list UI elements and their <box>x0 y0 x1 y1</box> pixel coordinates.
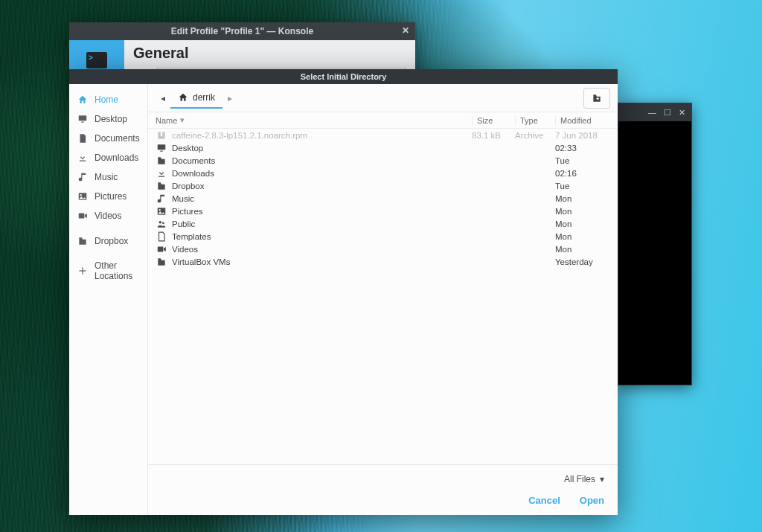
list-item[interactable]: VideosMon <box>156 243 610 255</box>
list-item[interactable]: PublicMon <box>156 217 610 230</box>
list-item[interactable]: MusicMon <box>156 192 610 205</box>
dialog-titlebar[interactable]: Select Initial Directory <box>69 69 618 84</box>
svg-rect-10 <box>161 132 162 136</box>
sidebar-item-desktop[interactable]: Desktop <box>69 109 147 129</box>
file-size: 83.1 kB <box>472 131 515 140</box>
close-icon[interactable]: ✕ <box>679 108 685 118</box>
sidebar-item-label: Videos <box>95 211 121 221</box>
list-item[interactable]: PicturesMon <box>156 205 610 217</box>
downloads-icon <box>156 168 167 179</box>
list-item[interactable]: Desktop02:33 <box>156 141 610 154</box>
svg-rect-1 <box>81 122 84 123</box>
svg-rect-6 <box>79 270 86 271</box>
sidebar-item-label: Other Locations <box>95 260 140 281</box>
file-name: Videos <box>172 245 472 254</box>
file-modified: 02:33 <box>555 144 610 153</box>
sidebar-item-label: Home <box>95 94 118 105</box>
sidebar-item-downloads[interactable]: Downloads <box>69 148 147 167</box>
desktop-icon <box>77 113 89 125</box>
sidebar-item-documents[interactable]: Documents <box>69 129 147 148</box>
file-main-panel: ◂ derrik ▸ Name ▾ Size Type <box>148 84 618 515</box>
file-modified: Mon <box>555 245 610 254</box>
close-icon[interactable]: ✕ <box>402 25 409 36</box>
sidebar-item-pictures[interactable]: Pictures <box>69 187 147 206</box>
downloads-icon <box>77 152 89 164</box>
file-name: Music <box>172 194 472 203</box>
file-modified: 7 Jun 2018 <box>555 131 610 140</box>
column-header-size[interactable]: Size <box>472 116 515 125</box>
file-name: Dropbox <box>172 182 472 190</box>
path-segment-home[interactable]: derrik <box>170 88 222 109</box>
list-item[interactable]: DocumentsTue <box>156 154 610 167</box>
file-name: Downloads <box>172 169 472 178</box>
svg-rect-12 <box>160 150 163 151</box>
desktop-icon <box>156 143 167 153</box>
minimize-icon[interactable]: — <box>648 108 656 117</box>
file-name: Templates <box>172 232 472 241</box>
open-button[interactable]: Open <box>580 495 604 506</box>
archive-icon <box>156 130 167 141</box>
file-type: Archive <box>515 131 555 140</box>
sidebar-item-music[interactable]: Music <box>69 167 147 187</box>
list-item[interactable]: VirtualBox VMsYesterday <box>156 255 610 268</box>
file-name: Documents <box>172 156 472 165</box>
column-header-name[interactable]: Name ▾ <box>156 115 472 125</box>
nav-back-button[interactable]: ◂ <box>156 93 170 103</box>
column-header-modified[interactable]: Modified <box>555 116 610 125</box>
videos-icon <box>77 210 89 222</box>
sidebar-item-label: Documents <box>95 133 140 144</box>
file-modified: Mon <box>555 194 610 203</box>
file-list[interactable]: caffeine-2.8.3-lp151.2.1.noarch.rpm83.1 … <box>148 129 618 464</box>
terminal-window: — ☐ ✕ <box>618 103 692 385</box>
terminal-icon <box>86 52 107 68</box>
filter-label: All Files <box>564 474 595 484</box>
plus-icon <box>77 265 89 277</box>
file-modified: Tue <box>555 182 610 190</box>
maximize-icon[interactable]: ☐ <box>664 108 671 118</box>
file-modified: Mon <box>555 207 610 216</box>
terminal-titlebar: — ☐ ✕ <box>618 103 691 121</box>
places-sidebar: HomeDesktopDocumentsDownloadsMusicPictur… <box>69 84 148 515</box>
nav-forward-button[interactable]: ▸ <box>222 93 237 103</box>
sidebar-item-other-locations[interactable]: Other Locations <box>69 257 147 285</box>
sidebar-item-label: Pictures <box>95 191 127 202</box>
file-modified: 02:16 <box>555 169 610 178</box>
file-modified: Mon <box>555 219 610 228</box>
sidebar-item-home[interactable]: Home <box>69 90 147 109</box>
column-header-type[interactable]: Type <box>515 116 555 125</box>
public-icon <box>156 219 167 229</box>
home-icon <box>77 94 89 106</box>
svg-point-3 <box>80 194 82 196</box>
file-name: VirtualBox VMs <box>172 257 472 266</box>
file-name: caffeine-2.8.3-lp151.2.1.noarch.rpm <box>172 131 472 140</box>
list-item[interactable]: TemplatesMon <box>156 230 610 243</box>
svg-rect-0 <box>79 115 87 121</box>
list-item[interactable]: Downloads02:16 <box>156 167 610 179</box>
file-name: Public <box>172 219 472 228</box>
sidebar-item-label: Dropbox <box>95 236 128 246</box>
dialog-title: Select Initial Directory <box>301 72 387 81</box>
cancel-button[interactable]: Cancel <box>528 495 560 506</box>
file-chooser-dialog: Select Initial Directory HomeDesktopDocu… <box>69 69 618 515</box>
path-bar: ◂ derrik ▸ <box>148 84 618 112</box>
svg-rect-11 <box>158 144 166 150</box>
file-type-filter[interactable]: All Files ▾ <box>564 474 604 484</box>
file-modified: Mon <box>555 232 610 241</box>
list-item[interactable]: caffeine-2.8.3-lp151.2.1.noarch.rpm83.1 … <box>156 129 610 141</box>
dialog-footer: All Files ▾ Cancel Open <box>148 464 618 515</box>
file-name: Desktop <box>172 144 472 153</box>
folder-icon <box>156 156 167 166</box>
videos-icon <box>156 244 167 254</box>
folder-icon <box>156 257 167 267</box>
sidebar-item-dropbox[interactable]: Dropbox <box>69 231 147 251</box>
pictures-icon <box>77 190 89 202</box>
sort-indicator-icon: ▾ <box>180 115 185 125</box>
chevron-down-icon: ▾ <box>600 474 604 484</box>
list-item[interactable]: DropboxTue <box>156 179 610 192</box>
svg-point-16 <box>162 222 164 224</box>
file-name: Pictures <box>172 207 472 216</box>
sidebar-item-videos[interactable]: Videos <box>69 206 147 225</box>
svg-point-14 <box>159 209 161 211</box>
edit-profile-titlebar[interactable]: Edit Profile "Profile 1" — Konsole ✕ <box>69 22 415 40</box>
new-folder-button[interactable] <box>583 88 610 109</box>
